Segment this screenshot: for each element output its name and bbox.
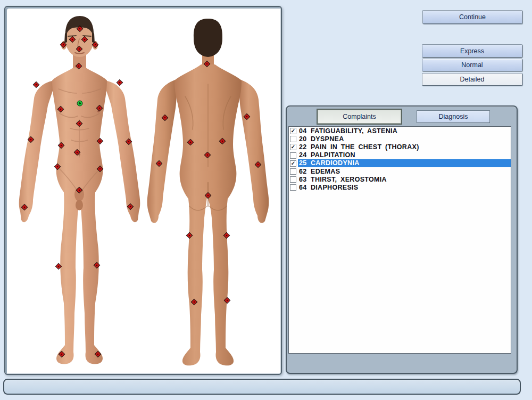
complaint-checkbox[interactable]: [290, 184, 296, 191]
complaint-code: 04: [299, 127, 311, 135]
complaint-row[interactable]: 20DYSPNEA: [289, 135, 511, 143]
complaint-code: 64: [299, 184, 311, 191]
detailed-button[interactable]: Detailed: [422, 73, 522, 86]
complaint-row[interactable]: 63THIRST, XEROSTOMIA: [289, 175, 511, 183]
tab-diagnosis[interactable]: Diagnosis: [417, 110, 490, 123]
complaint-checkbox[interactable]: [290, 176, 296, 183]
complaint-row[interactable]: 64DIAPHORESIS: [289, 183, 511, 191]
body-figures-illustration: [5, 7, 281, 374]
body-map-panel[interactable]: [4, 6, 282, 375]
continue-button[interactable]: Continue: [422, 10, 522, 24]
complaints-listbox[interactable]: ✓04FATIGUABILITY, ASTENIA20DYSPNEA✓22PAI…: [288, 126, 511, 354]
express-button[interactable]: Express: [422, 44, 522, 58]
complaint-code: 63: [299, 176, 311, 183]
complaint-code: 20: [299, 135, 311, 143]
complaint-label: THIRST, XEROSTOMIA: [311, 176, 387, 183]
complaint-row[interactable]: ✓04FATIGUABILITY, ASTENIA: [289, 127, 511, 135]
complaint-checkbox[interactable]: [290, 152, 296, 159]
complaint-code: 22: [299, 143, 311, 151]
complaint-row[interactable]: ✓22PAIN IN THE CHEST (THORAX): [289, 143, 511, 151]
complaint-label: FATIGUABILITY, ASTENIA: [311, 127, 397, 135]
body-point-active[interactable]: [77, 101, 83, 107]
complaint-row[interactable]: 24PALPITATION: [289, 151, 511, 159]
complaint-row[interactable]: ✓25CARDIODYNIA: [289, 159, 511, 167]
complaint-label: DYSPNEA: [311, 135, 344, 143]
bottom-status-bar: [3, 379, 521, 395]
complaint-label: PALPITATION: [311, 151, 355, 159]
complaint-label: EDEMAS: [311, 168, 340, 175]
complaint-row[interactable]: 62EDEMAS: [289, 167, 511, 175]
complaints-panel: Complaints Diagnosis ✓04FATIGUABILITY, A…: [286, 105, 518, 374]
normal-button[interactable]: Normal: [422, 59, 522, 71]
complaint-checkbox[interactable]: ✓: [290, 160, 296, 167]
complaint-label: PAIN IN THE CHEST (THORAX): [311, 143, 419, 151]
tab-complaints[interactable]: Complaints: [317, 109, 402, 125]
complaint-checkbox[interactable]: ✓: [290, 128, 296, 134]
complaint-code: 24: [299, 151, 311, 159]
complaint-label: DIAPHORESIS: [311, 184, 358, 191]
complaint-checkbox[interactable]: [290, 168, 296, 175]
complaint-code: 25: [299, 159, 311, 167]
complaint-checkbox[interactable]: [290, 136, 296, 142]
complaint-checkbox[interactable]: ✓: [290, 144, 296, 150]
complaint-label: CARDIODYNIA: [311, 159, 360, 167]
complaint-code: 62: [299, 168, 311, 175]
